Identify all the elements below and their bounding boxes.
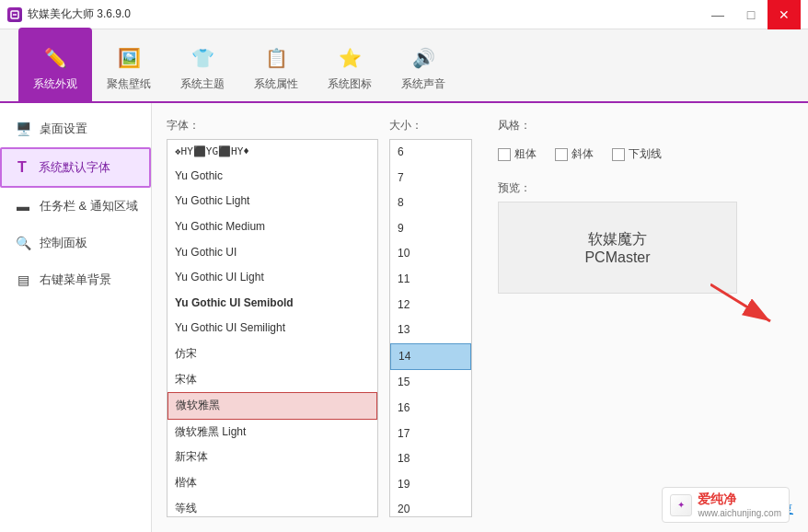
size-item[interactable]: 6 bbox=[390, 140, 471, 166]
icons-tab-icon: ⭐ bbox=[335, 43, 364, 73]
tab-theme-label: 系统主题 bbox=[180, 76, 225, 92]
svg-line-3 bbox=[710, 284, 770, 321]
list-item[interactable]: 等线 bbox=[167, 496, 377, 517]
list-item[interactable]: Yu Gothic bbox=[167, 164, 377, 190]
size-item[interactable]: 12 bbox=[390, 293, 471, 318]
content-area: 字体： ❖HY⬛YG⬛HY♦ Yu Gothic Yu Gothic Light… bbox=[152, 103, 808, 532]
sidebar-item-contextmenu[interactable]: ▤ 右键菜单背景 bbox=[0, 261, 151, 298]
tab-wallpaper-label: 聚焦壁纸 bbox=[107, 76, 151, 92]
font-list[interactable]: ❖HY⬛YG⬛HY♦ Yu Gothic Yu Gothic Light Yu … bbox=[167, 139, 378, 517]
list-item[interactable]: Yu Gothic UI Semibold bbox=[167, 291, 377, 317]
sidebar-item-desktop[interactable]: 🖥️ 桌面设置 bbox=[0, 110, 151, 147]
size-item[interactable]: 19 bbox=[390, 472, 471, 498]
underline-checkbox[interactable]: 下划线 bbox=[612, 146, 662, 162]
size-item[interactable]: 9 bbox=[390, 216, 471, 242]
sidebar-item-taskbar-label: 任务栏 & 通知区域 bbox=[40, 198, 138, 214]
size-item[interactable]: 7 bbox=[390, 166, 471, 191]
style-checkboxes: 粗体 斜体 下划线 bbox=[498, 146, 793, 162]
right-panel: 风格： 粗体 斜体 下划线 bbox=[483, 118, 793, 517]
underline-label: 下划线 bbox=[629, 146, 662, 162]
tab-properties-label: 系统属性 bbox=[254, 76, 298, 92]
list-item[interactable]: 新宋体 bbox=[167, 445, 377, 470]
sidebar: 🖥️ 桌面设置 T 系统默认字体 ▬ 任务栏 & 通知区域 🔍 控制面板 ▤ 右… bbox=[0, 103, 152, 532]
tab-appearance[interactable]: ✏️ 系统外观 bbox=[18, 28, 92, 101]
size-item-selected[interactable]: 14 bbox=[390, 343, 471, 371]
size-item[interactable]: 16 bbox=[390, 396, 471, 422]
size-item[interactable]: 11 bbox=[390, 267, 471, 293]
size-item[interactable]: 20 bbox=[390, 497, 471, 517]
desktop-icon: 🖥️ bbox=[14, 120, 32, 138]
list-item[interactable]: 微软雅黑 Light bbox=[167, 420, 377, 445]
style-label: 风格： bbox=[498, 118, 793, 133]
size-item[interactable]: 15 bbox=[390, 370, 471, 396]
font-column: 字体： ❖HY⬛YG⬛HY♦ Yu Gothic Yu Gothic Light… bbox=[167, 118, 378, 517]
size-item[interactable]: 8 bbox=[390, 191, 471, 216]
underline-check-box[interactable] bbox=[612, 148, 625, 161]
tab-theme[interactable]: 👕 系统主题 bbox=[166, 28, 239, 101]
tab-properties[interactable]: 📋 系统属性 bbox=[239, 28, 313, 101]
bold-check-box[interactable] bbox=[498, 148, 511, 161]
window-controls: — □ ✕ bbox=[701, 0, 801, 29]
italic-checkbox[interactable]: 斜体 bbox=[555, 146, 594, 162]
font-icon: T bbox=[13, 158, 31, 177]
list-item-selected[interactable]: 微软雅黑 bbox=[167, 392, 377, 420]
sidebar-item-controlpanel[interactable]: 🔍 控制面板 bbox=[0, 225, 151, 261]
list-item[interactable]: 楷体 bbox=[167, 470, 377, 496]
minimize-button[interactable]: — bbox=[701, 0, 734, 29]
appearance-tab-icon: ✏️ bbox=[40, 43, 70, 73]
tab-sound[interactable]: 🔊 系统声音 bbox=[387, 28, 460, 101]
preview-line2: PCMaster bbox=[584, 249, 650, 266]
size-list[interactable]: 6 7 8 9 10 11 12 13 14 15 16 17 18 19 20… bbox=[389, 139, 472, 517]
size-column: 大小： 6 7 8 9 10 11 12 13 14 15 16 17 18 1… bbox=[389, 118, 472, 517]
app-icon bbox=[7, 7, 22, 22]
watermark-url: www.aichunjing.com bbox=[698, 508, 781, 518]
watermark-brand: 爱纯净 bbox=[698, 492, 781, 508]
tab-icons-label: 系统图标 bbox=[328, 76, 372, 92]
size-item[interactable]: 13 bbox=[390, 318, 471, 343]
size-item[interactable]: 10 bbox=[390, 241, 471, 267]
list-item[interactable]: Yu Gothic Medium bbox=[167, 214, 377, 240]
contextmenu-icon: ▤ bbox=[14, 271, 32, 289]
italic-check-box[interactable] bbox=[555, 148, 568, 161]
app-title: 软媒美化大师 3.6.9.0 bbox=[28, 6, 131, 22]
wallpaper-tab-icon: 🖼️ bbox=[114, 43, 144, 73]
bold-checkbox[interactable]: 粗体 bbox=[498, 146, 537, 162]
close-button[interactable]: ✕ bbox=[768, 0, 801, 29]
tab-wallpaper[interactable]: 🖼️ 聚焦壁纸 bbox=[92, 28, 166, 101]
size-item[interactable]: 17 bbox=[390, 422, 471, 447]
list-item[interactable]: 仿宋 bbox=[167, 341, 377, 367]
sidebar-item-font[interactable]: T 系统默认字体 bbox=[0, 147, 151, 188]
list-item[interactable]: Yu Gothic UI Semilight bbox=[167, 316, 377, 341]
bold-label: 粗体 bbox=[514, 146, 537, 162]
list-item[interactable]: Yu Gothic Light bbox=[167, 189, 377, 214]
preview-line1: 软媒魔方 bbox=[588, 230, 647, 249]
arrow-icon bbox=[710, 275, 784, 330]
theme-tab-icon: 👕 bbox=[188, 43, 217, 73]
size-item[interactable]: 18 bbox=[390, 446, 471, 472]
properties-tab-icon: 📋 bbox=[261, 43, 291, 73]
sidebar-item-contextmenu-label: 右键菜单背景 bbox=[40, 272, 111, 288]
tab-icons[interactable]: ⭐ 系统图标 bbox=[313, 28, 387, 101]
watermark-text: 爱纯净 www.aichunjing.com bbox=[698, 492, 781, 518]
tabbar: ✏️ 系统外观 🖼️ 聚焦壁纸 👕 系统主题 📋 系统属性 ⭐ 系统图标 🔊 系… bbox=[0, 29, 808, 103]
list-item[interactable]: Yu Gothic UI bbox=[167, 240, 377, 266]
taskbar-icon: ▬ bbox=[14, 197, 32, 215]
watermark-icon: ✦ bbox=[670, 494, 692, 516]
sidebar-item-controlpanel-label: 控制面板 bbox=[40, 235, 87, 251]
list-item[interactable]: ❖HY⬛YG⬛HY♦ bbox=[167, 140, 377, 164]
preview-label: 预览： bbox=[498, 180, 793, 196]
preview-box: 软媒魔方 PCMaster bbox=[498, 202, 737, 294]
watermark-logo: ✦ 爱纯净 www.aichunjing.com bbox=[662, 487, 790, 523]
font-label: 字体： bbox=[167, 118, 378, 133]
titlebar: 软媒美化大师 3.6.9.0 — □ ✕ bbox=[0, 0, 808, 29]
size-label: 大小： bbox=[389, 118, 472, 133]
sidebar-item-taskbar[interactable]: ▬ 任务栏 & 通知区域 bbox=[0, 188, 151, 225]
list-item[interactable]: 宋体 bbox=[167, 367, 377, 393]
list-item[interactable]: Yu Gothic UI Light bbox=[167, 265, 377, 291]
sidebar-item-desktop-label: 桌面设置 bbox=[40, 121, 87, 137]
maximize-button[interactable]: □ bbox=[734, 0, 768, 29]
sound-tab-icon: 🔊 bbox=[409, 43, 438, 73]
tab-appearance-label: 系统外观 bbox=[33, 76, 77, 92]
tab-sound-label: 系统声音 bbox=[401, 76, 445, 92]
sidebar-item-font-label: 系统默认字体 bbox=[39, 159, 110, 176]
